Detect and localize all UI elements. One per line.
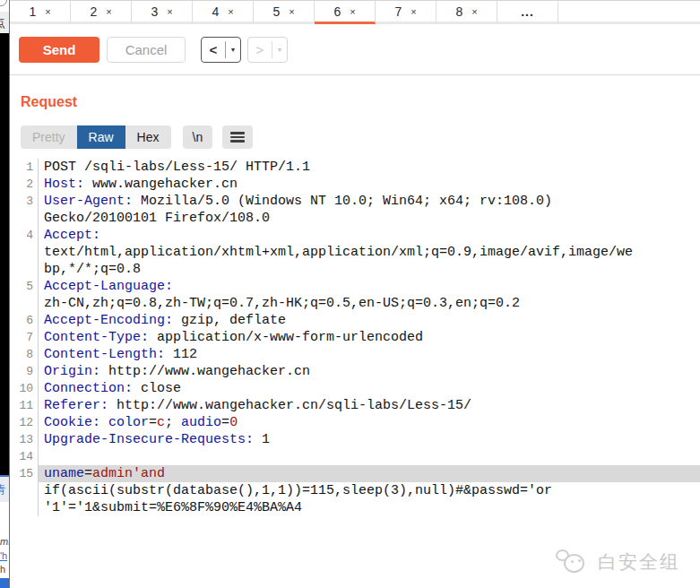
request-line[interactable]: Accept-Language: [39, 278, 700, 295]
repeater-tab-7[interactable]: 7× [376, 1, 436, 24]
request-line[interactable]: if(ascii(substr(database(),1,1))=115,sle… [39, 482, 700, 499]
request-line[interactable]: Cookie: color=c; audio=0 [39, 414, 700, 431]
line-number [10, 244, 39, 261]
forward-dropdown-icon[interactable]: ▼ [272, 38, 287, 62]
editor-row: 4Accept: [10, 227, 700, 244]
syntax-segment: c [157, 415, 165, 430]
background-blue-bar [0, 578, 9, 588]
repeater-tab-3[interactable]: 3× [132, 1, 193, 24]
request-line[interactable]: text/html,application/xhtml+xml,applicat… [39, 244, 700, 261]
repeater-tab-5[interactable]: 5× [254, 1, 315, 24]
editor-row: 5Accept-Language: [10, 278, 700, 295]
editor-row: 1POST /sqli-labs/Less-15/ HTTP/1.1 [10, 159, 700, 176]
tab-pretty[interactable]: Pretty [21, 125, 77, 149]
hamburger-menu-icon[interactable] [222, 125, 253, 149]
syntax-segment: Connection: [44, 381, 133, 396]
line-number: 12 [10, 414, 39, 431]
repeater-tab-2[interactable]: 2× [71, 1, 132, 24]
request-line[interactable]: Content-Length: 112 [39, 346, 700, 363]
syntax-segment: User-Agent: [44, 194, 133, 209]
tab-label: 6 [333, 4, 341, 19]
line-number [10, 210, 39, 227]
editor-row: 10Connection: close [10, 380, 700, 397]
line-number [10, 499, 39, 516]
hamburger-bar [230, 140, 245, 143]
background-circle-icon [0, 0, 7, 6]
tab-raw[interactable]: Raw [77, 125, 125, 149]
forward-button[interactable]: > ▼ [247, 37, 288, 63]
request-line[interactable]: Host: www.wangehacker.cn [39, 176, 700, 193]
editor-row: 13Upgrade-Insecure-Requests: 1 [10, 431, 700, 448]
request-line[interactable]: User-Agent: Mozilla/5.0 (Windows NT 10.0… [39, 193, 700, 210]
line-number: 7 [10, 329, 39, 346]
hamburger-bar [230, 132, 245, 134]
editor-row: 2Host: www.wangehacker.cn [10, 176, 700, 193]
more-tabs-button[interactable]: ... [497, 1, 558, 24]
syntax-segment: bp,*/*;q=0.8 [44, 262, 141, 277]
back-button[interactable]: < ▼ [201, 37, 241, 63]
syntax-segment: http://www.wangehacker.cn/sqli-labs/Less… [108, 398, 471, 413]
request-line[interactable]: Content-Type: application/x-www-form-url… [39, 329, 700, 346]
line-number: 15 [10, 465, 39, 482]
syntax-segment: admin'and [92, 466, 165, 481]
line-number: 5 [10, 278, 39, 295]
request-line[interactable] [39, 448, 700, 465]
close-tab-icon[interactable]: × [106, 6, 111, 17]
repeater-tab-6[interactable]: 6× [315, 1, 376, 24]
watermark-text: 白安全组 [598, 549, 680, 575]
syntax-segment: 1 [254, 432, 270, 447]
show-newlines-toggle[interactable]: \n [183, 125, 213, 149]
burp-repeater-window: 1×2×3×4×5×6×7×8× ... Send Cancel < ▼ > ▼… [9, 0, 700, 588]
request-editor[interactable]: 1POST /sqli-labs/Less-15/ HTTP/1.12Host:… [10, 159, 700, 516]
close-tab-icon[interactable]: × [45, 6, 50, 17]
request-line[interactable]: zh-CN,zh;q=0.8,zh-TW;q=0.7,zh-HK;q=0.5,e… [39, 295, 700, 312]
close-tab-icon[interactable]: × [471, 6, 477, 17]
request-panel-title: Request [21, 94, 700, 110]
close-tab-icon[interactable]: × [410, 6, 416, 17]
repeater-tab-8[interactable]: 8× [436, 1, 497, 24]
request-line[interactable]: Gecko/20100101 Firefox/108.0 [39, 210, 700, 227]
request-line[interactable]: Connection: close [39, 380, 700, 397]
request-line[interactable]: Origin: http://www.wangehacker.cn [39, 363, 700, 380]
back-dropdown-icon[interactable]: ▼ [226, 38, 240, 62]
syntax-segment [100, 415, 108, 430]
request-line[interactable]: Accept: [39, 227, 700, 244]
request-line[interactable]: bp,*/*;q=0.8 [39, 261, 700, 278]
close-tab-icon[interactable]: × [167, 6, 172, 17]
syntax-segment: Referer: [44, 398, 108, 413]
background-black-area [0, 33, 9, 475]
request-line[interactable]: uname=admin'and [39, 465, 700, 482]
tab-label: 4 [212, 4, 219, 19]
editor-row: text/html,application/xhtml+xml,applicat… [10, 244, 700, 261]
request-line[interactable]: Accept-Encoding: gzip, deflate [39, 312, 700, 329]
background-glyph-top: 点 [0, 12, 9, 33]
close-tab-icon[interactable]: × [228, 6, 233, 17]
watermark: 白安全组 [554, 548, 680, 576]
tab-label: 3 [151, 4, 158, 19]
forward-arrow-icon[interactable]: > [248, 38, 272, 62]
syntax-segment: Origin: [44, 364, 100, 379]
close-tab-icon[interactable]: × [350, 6, 355, 17]
request-line[interactable]: Referer: http://www.wangehacker.cn/sqli-… [39, 397, 700, 414]
request-line[interactable]: Upgrade-Insecure-Requests: 1 [39, 431, 700, 448]
syntax-segment: 0 [229, 415, 238, 430]
editor-row: Gecko/20100101 Firefox/108.0 [10, 210, 700, 227]
cancel-button[interactable]: Cancel [107, 37, 186, 63]
repeater-tab-4[interactable]: 4× [193, 1, 254, 24]
tabs-wrap: 1×2×3×4×5×6×7×8× [10, 1, 497, 24]
editor-row: 14 [10, 448, 700, 465]
background-link-fragment: 'h [0, 550, 9, 561]
syntax-segment: text/html,application/xhtml+xml,applicat… [44, 245, 633, 260]
background-panel: 青 [0, 475, 9, 502]
repeater-tab-1[interactable]: 1× [10, 1, 71, 24]
request-line[interactable]: POST /sqli-labs/Less-15/ HTTP/1.1 [39, 159, 700, 176]
request-line[interactable]: '1'='1&submit=%E6%8F%90%E4%BA%A4 [39, 499, 700, 516]
editor-row: '1'='1&submit=%E6%8F%90%E4%BA%A4 [10, 499, 700, 516]
send-button[interactable]: Send [19, 37, 99, 63]
syntax-segment: application/x-www-form-urlencoded [149, 330, 423, 345]
close-tab-icon[interactable]: × [289, 6, 294, 17]
syntax-segment: = [221, 415, 229, 430]
back-arrow-icon[interactable]: < [202, 38, 225, 62]
tab-label: 5 [272, 4, 280, 19]
tab-hex[interactable]: Hex [125, 125, 171, 149]
